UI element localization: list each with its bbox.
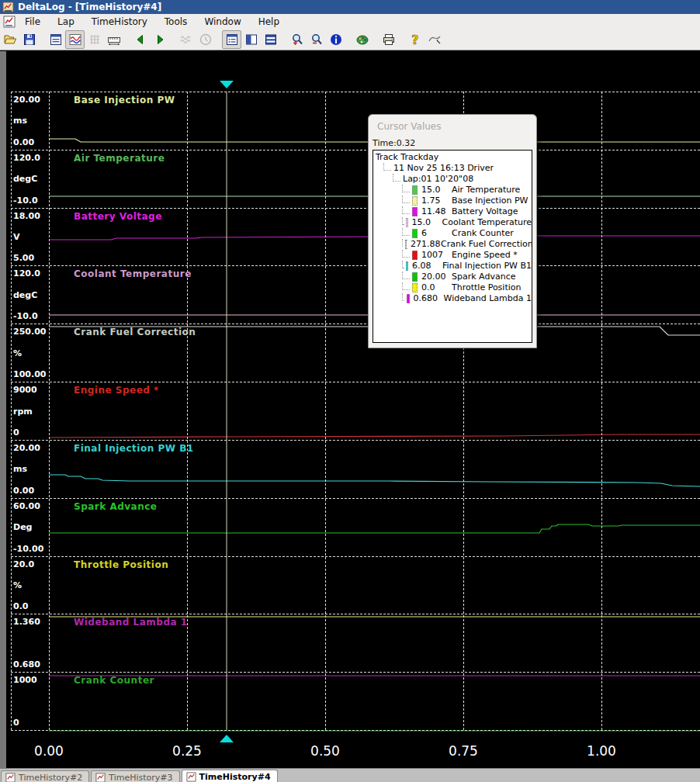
palette-icon[interactable] (352, 30, 372, 49)
channel-color-swatch (405, 240, 407, 249)
channel-name: Crank Fuel Correction (441, 239, 532, 250)
channel-color-swatch (412, 283, 418, 292)
menu-tools[interactable]: Tools (156, 15, 196, 29)
window-title: DeltaLog - [TimeHistory#4] (18, 2, 161, 12)
tree-row-track[interactable]: Track Trackday (376, 152, 532, 163)
scale-min-label: -10.0 (13, 196, 38, 206)
tree-elbow (402, 228, 410, 236)
horizontal-bars-icon[interactable] (261, 30, 280, 49)
channel-color-swatch (412, 229, 418, 238)
bottom-tab-bar: TimeHistory#2TimeHistory#3TimeHistory#4 (0, 768, 700, 782)
tree-row-channel[interactable]: 11.48Battery Voltage (376, 206, 532, 217)
channel-title: Engine Speed * (74, 385, 159, 396)
zoom-in-icon[interactable] (287, 30, 307, 49)
scale-unit-label: degC (13, 174, 37, 184)
cursor-handle-top[interactable] (220, 81, 234, 88)
tree-track-label: Track Trackday (376, 152, 438, 163)
panel-boundary-line (11, 440, 700, 441)
menu-file[interactable]: File (16, 15, 49, 29)
channel-color-swatch (407, 294, 409, 303)
channel-color-swatch (412, 196, 418, 206)
channel-title: Crank Counter (74, 675, 154, 686)
menu-window[interactable]: Window (196, 15, 249, 29)
channel-title: Base Injection PW (74, 95, 175, 106)
tree-elbow (402, 272, 410, 279)
panel-boundary-line (11, 556, 700, 557)
zoom-out-icon[interactable] (307, 30, 326, 49)
panel-boundary-line (11, 265, 700, 266)
scale-max-label: 1000 (13, 675, 37, 685)
channel-name: Air Temperature (452, 185, 520, 196)
panel-boundary-line (11, 382, 700, 382)
tab-chart-icon (186, 772, 196, 782)
channel-title: Spark Advance (74, 501, 158, 512)
cursor-handle-bottom[interactable] (220, 735, 234, 742)
tree-row-session[interactable]: 11 Nov 25 16:13 Driver (376, 163, 532, 174)
tree-row-channel[interactable]: 1007Engine Speed * (376, 250, 532, 261)
channel-value: 1007 (421, 250, 452, 261)
help-icon[interactable]: ? (405, 30, 425, 49)
tree-row-channel[interactable]: 6.08Final Injection PW B1 (376, 261, 532, 272)
panel-boundary-line (11, 208, 700, 209)
menu-help[interactable]: Help (250, 15, 288, 29)
tree-elbow (402, 217, 404, 225)
scale-min-label: 5.00 (13, 253, 34, 263)
channel-value: 6.08 (412, 261, 442, 272)
menu-lap[interactable]: Lap (49, 15, 83, 29)
tree-row-channel[interactable]: 6Crank Counter (376, 228, 532, 239)
mdi-document-icon[interactable] (3, 16, 16, 28)
grid-icon (85, 30, 104, 49)
tab-timehistory#4[interactable]: TimeHistory#4 (182, 770, 278, 782)
cursor-values-icon[interactable] (222, 30, 241, 49)
cursor-values-popup[interactable]: Cursor Values Time:0.32 Track Trackday11… (368, 114, 537, 348)
tree-elbow (393, 174, 400, 182)
x-axis-tick-label: 1.00 (587, 743, 616, 759)
tree-row-channel[interactable]: 0.680Wideband Lambda 1 (376, 293, 532, 304)
tree-lap-label: Lap:01 10'20"08 (403, 174, 473, 185)
channel-value: 20.00 (421, 272, 452, 282)
tab-label: TimeHistory#3 (109, 773, 172, 782)
lasso-icon[interactable] (425, 30, 444, 49)
tree-row-channel[interactable]: 15.0Coolant Temperature (376, 217, 532, 228)
arrow-left-icon[interactable] (130, 30, 150, 49)
cursor-values-list[interactable]: Track Trackday11 Nov 25 16:13 DriverLap:… (373, 150, 532, 343)
ruler-icon[interactable] (104, 30, 123, 49)
report-icon[interactable] (46, 30, 65, 49)
scale-max-label: 18.00 (13, 211, 40, 221)
chart-curve-icon[interactable] (65, 30, 85, 49)
tree-row-lap[interactable]: Lap:01 10'20"08 (376, 174, 532, 185)
channel-name: Final Injection PW B1 (442, 261, 532, 272)
info-icon[interactable] (326, 30, 345, 49)
app-icon (2, 2, 14, 13)
channel-value: 15.0 (421, 185, 452, 196)
scale-max-label: 20.00 (13, 443, 40, 453)
chart-area[interactable]: 0.000.250.500.751.0020.00ms0.00Base Inje… (0, 51, 700, 768)
tab-timehistory#2[interactable]: TimeHistory#2 (1, 770, 89, 782)
channel-name: Wideband Lambda 1 (444, 293, 532, 304)
tree-row-channel[interactable]: 0.0Throttle Position (376, 282, 532, 293)
svg-text:?: ? (411, 33, 418, 47)
panel-boundary-line (11, 730, 700, 731)
menu-timehistory[interactable]: TimeHistory (83, 15, 156, 29)
tree-elbow (402, 206, 410, 214)
channel-color-swatch (412, 207, 418, 216)
x-axis-tick-label: 0.75 (449, 743, 478, 759)
tree-row-channel[interactable]: 20.00Spark Advance (376, 272, 532, 282)
save-icon[interactable] (19, 30, 39, 49)
panel-boundary-line (11, 92, 700, 92)
x-axis-tick-label: 0.50 (310, 743, 340, 759)
time-gridline (601, 92, 602, 730)
channel-value: 1.75 (421, 196, 452, 206)
tree-row-channel[interactable]: 1.75Base Injection PW (376, 196, 532, 206)
tree-row-channel[interactable]: 271.88Crank Fuel Correction (376, 239, 532, 250)
tab-chart-icon (95, 773, 106, 782)
arrow-right-icon[interactable] (150, 30, 169, 49)
open-folder-icon[interactable] (0, 30, 19, 49)
tab-timehistory#3[interactable]: TimeHistory#3 (91, 770, 179, 782)
tree-row-channel[interactable]: 15.0Air Temperature (376, 185, 532, 196)
clock-icon (196, 30, 215, 49)
menu-bar: FileLapTimeHistoryToolsWindowHelp (0, 14, 700, 30)
print-icon[interactable] (379, 30, 398, 49)
vertical-panes-icon[interactable] (241, 30, 261, 49)
channel-name: Engine Speed * (452, 250, 518, 261)
